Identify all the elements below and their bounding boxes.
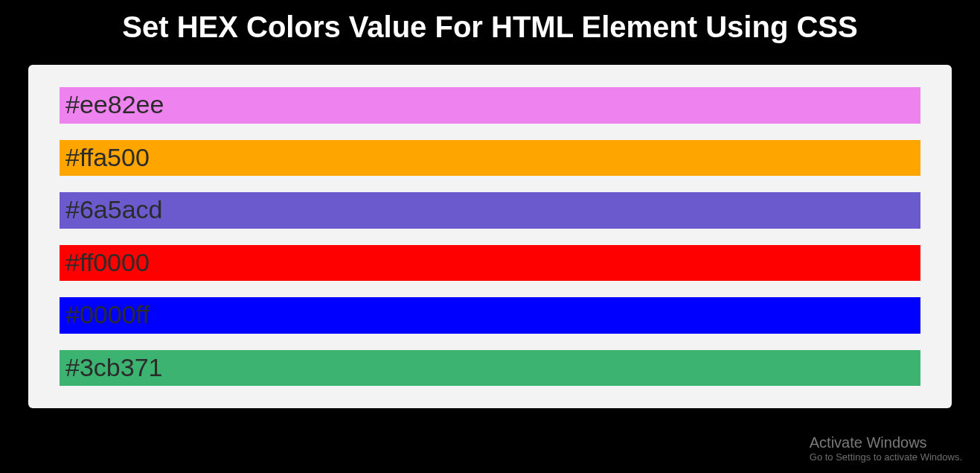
color-bar-blue: #0000ff bbox=[60, 297, 920, 334]
color-bar-violet: #ee82ee bbox=[60, 87, 920, 124]
color-bar-slateblue: #6a5acd bbox=[60, 192, 920, 229]
color-container: #ee82ee #ffa500 #6a5acd #ff0000 #0000ff … bbox=[28, 65, 952, 408]
watermark-title: Activate Windows bbox=[810, 434, 962, 451]
color-bar-mediumseagreen: #3cb371 bbox=[60, 350, 920, 387]
color-bar-orange: #ffa500 bbox=[60, 140, 920, 177]
watermark-subtitle: Go to Settings to activate Windows. bbox=[810, 451, 962, 463]
windows-activation-watermark: Activate Windows Go to Settings to activ… bbox=[810, 434, 962, 463]
page-title: Set HEX Colors Value For HTML Element Us… bbox=[0, 0, 980, 51]
color-bar-red: #ff0000 bbox=[60, 245, 920, 282]
